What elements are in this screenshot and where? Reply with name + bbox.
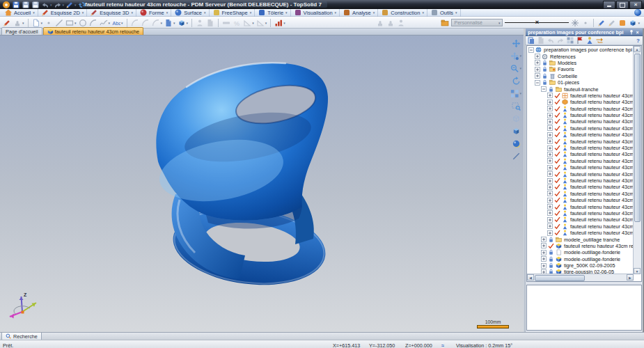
expand-toggle-icon[interactable] [541, 237, 547, 242]
doc-tab-page-d-accueil[interactable]: Page d'accueil [1, 27, 42, 35]
expand-toggle-icon[interactable] [547, 223, 553, 229]
tree-item[interactable]: fauteuil retenu hauteur 43cm retouche.Fo… [528, 184, 633, 190]
ribbon-tab-forme[interactable]: Forme▾ [136, 9, 171, 17]
expand-toggle-icon[interactable] [547, 165, 553, 171]
preset-dropdown[interactable]: Personnalisé▾ [451, 19, 503, 26]
scroll-right-icon[interactable]: ▶ [627, 274, 634, 280]
tree-item[interactable]: tigre_500K 02-09-2005 [528, 262, 633, 269]
expand-toggle-icon[interactable] [547, 198, 553, 203]
undo-panel-button[interactable] [547, 36, 555, 45]
tree-item[interactable]: fauteuil retenu hauteur 43cm retouche.Fo… [528, 145, 633, 151]
tree-item[interactable]: tigre-poussin 02-06-05 [528, 269, 633, 274]
ribbon-tab-analyse[interactable]: Analyse▾ [340, 9, 378, 17]
tree-item[interactable]: fauteuil retenu hauteur 43cm retouche.Fo… [528, 177, 633, 184]
tree-item[interactable]: fauteuil retenu hauteur 43cm retouche.Fo… [528, 171, 633, 177]
snow-tool-button[interactable] [571, 18, 579, 27]
save-as-button[interactable] [31, 1, 40, 8]
expand-toggle-icon[interactable] [547, 152, 553, 157]
scroll-up-icon[interactable]: ▲ [634, 46, 641, 52]
redo-button[interactable]: ▾ [54, 1, 65, 8]
point-tool-button[interactable] [45, 18, 53, 27]
zoom-out-button[interactable]: ▾ [510, 63, 521, 73]
tree-item[interactable]: fauteuil retenu hauteur 43cm retouche.Fo… [528, 191, 633, 197]
tree-vertical-scrollbar[interactable]: ▲ ▼ [633, 46, 641, 274]
expand-toggle-icon[interactable] [547, 184, 553, 190]
tree-item[interactable]: fauteuil retenu hauteur 43cm retouche.Fo… [528, 125, 633, 132]
ruler-tool-button[interactable] [222, 18, 230, 27]
doc-tab-fauteuil-retenu-hauteur-43cm-retouche[interactable]: fauteuil retenu hauteur 43cm retouche [43, 27, 143, 35]
pencil-tool-button[interactable] [597, 18, 606, 27]
cube-tool-button[interactable]: ▾ [629, 18, 640, 27]
horizontal-scroll-thumb[interactable] [535, 275, 585, 281]
arc-tool-button[interactable] [141, 18, 150, 27]
ribbon-tab-freeshape[interactable]: FreeShape▾ [210, 9, 256, 17]
expand-toggle-icon[interactable] [547, 132, 553, 138]
restore-button[interactable] [616, 1, 629, 9]
expand-toggle-icon[interactable] [528, 47, 534, 53]
scroll-left-icon[interactable]: ◀ [527, 274, 534, 280]
expand-toggle-icon[interactable] [547, 119, 553, 125]
topsolid-logo-button[interactable] [2, 1, 10, 8]
expand-toggle-icon[interactable] [547, 191, 553, 196]
tree-item[interactable]: fauteuil retenu hauteur 43cm retouche.Fo… [528, 112, 633, 118]
stamp-tool-button[interactable] [376, 18, 384, 27]
ribbon-tab-esquisse-3d[interactable]: Esquisse 3D▾ [87, 9, 136, 17]
ribbon-tab-visualisation[interactable]: Visualisation▾ [291, 9, 340, 17]
pencil-tool-button[interactable] [608, 18, 616, 27]
tree-item[interactable]: fauteuil retenu hauteur 43cm retouche.Fo… [528, 132, 633, 138]
tree-item[interactable]: fauteuil retenu hauteur 43cm retouche.Fo… [528, 197, 633, 203]
vertical-scroll-thumb[interactable] [634, 54, 641, 222]
minimize-button[interactable] [603, 1, 615, 9]
undo-button[interactable]: ▾ [41, 1, 52, 8]
person-tool-button[interactable] [196, 18, 204, 27]
shaded-cube-button[interactable] [510, 126, 521, 136]
expand-toggle-icon[interactable] [547, 178, 553, 184]
tree-item[interactable]: fauteuil-tranche [528, 86, 633, 92]
foldertool-tool-button[interactable] [441, 18, 449, 27]
ribbon-tab-construction[interactable]: Construction▾ [378, 9, 427, 17]
chart-tool-button[interactable]: ▾ [274, 18, 285, 27]
expand-toggle-icon[interactable] [547, 93, 553, 98]
expand-toggle-icon[interactable] [535, 54, 540, 59]
tree-item[interactable]: Références [528, 53, 633, 59]
expand-toggle-icon[interactable] [535, 73, 540, 79]
tree-item[interactable]: fauteuil retenu hauteur 43cm retouche.Fo… [528, 138, 633, 144]
redo-panel-button[interactable] [556, 36, 565, 45]
expand-toggle-icon[interactable] [547, 139, 553, 144]
flag-panel-button[interactable] [576, 36, 584, 45]
angle-tool-button[interactable]: ▾ [243, 18, 254, 27]
stamp-tool-button[interactable]: ▾ [13, 18, 24, 27]
expand-toggle-icon[interactable] [535, 60, 540, 65]
tree-item[interactable]: fauteuil retenu hauteur 43cm retouche.Fo… [528, 223, 633, 230]
tree-item[interactable]: fauteuil retenu hauteur 43cm retouche.Fo… [528, 203, 633, 209]
tree-item[interactable]: fauteuil retenu hauteur 43cm retouche.Fo… [528, 106, 633, 112]
tree-item[interactable]: Favoris [528, 66, 633, 72]
form-panel-button[interactable] [586, 36, 594, 45]
expand-toggle-icon[interactable] [541, 250, 547, 255]
point-tool-button[interactable] [581, 18, 590, 27]
tree-item[interactable]: fauteuil retenu hauteur 43cm retouche.Fo… [528, 164, 633, 171]
section-line-button[interactable] [510, 151, 521, 161]
expand-toggle-icon[interactable] [547, 171, 553, 177]
paste-panel-button[interactable] [527, 36, 535, 45]
line-tool-button[interactable] [55, 18, 63, 27]
cube-tool-button[interactable]: ▾ [178, 18, 189, 27]
expand-toggle-icon[interactable] [547, 145, 553, 151]
tree-item[interactable]: fauteuil retenu hauteur 43cm retouche.Fo… [528, 118, 633, 125]
tree-item[interactable]: fauteuil retenu hauteur 43cm retouche.Fo… [528, 151, 633, 157]
tree-item[interactable]: fauteuil retenu hauteur 43cm retouche.Fo… [528, 230, 633, 236]
circle-tool-button[interactable] [79, 18, 87, 27]
person-tool-button[interactable] [397, 18, 405, 27]
ribbon-tab-surface[interactable]: Surface▾ [171, 9, 209, 17]
panel-help-button[interactable]: ? [636, 38, 641, 44]
gridz-panel-button[interactable] [566, 36, 574, 45]
tree-item[interactable]: fauteuil retenu hauteur 43cm retouche.Fo… [528, 210, 633, 216]
zoom-grid-button[interactable]: ▾ [510, 88, 521, 98]
zoom-window-button[interactable] [510, 101, 521, 111]
pencil-tool-button[interactable] [3, 18, 11, 27]
render-sphere-button[interactable] [510, 139, 521, 148]
text-tool-button[interactable]: Abc▾ [112, 18, 123, 27]
chip-tool-button[interactable] [618, 18, 627, 27]
spline-tool-button[interactable]: ▾ [100, 18, 111, 27]
tree-item[interactable]: fauteuil retenu hauteur 43cm retouche.Fo… [528, 216, 633, 223]
